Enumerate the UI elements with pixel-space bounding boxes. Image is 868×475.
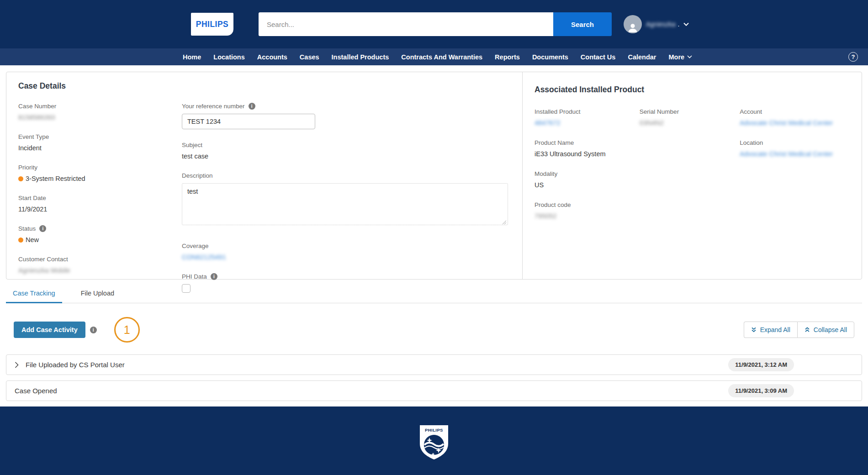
product-name-field: Product Name iE33 Ultrasound System <box>535 139 635 158</box>
activity-list: File Uploaded by CS Portal User 11/9/202… <box>6 354 862 401</box>
case-number-field: Case Number 8158586393 <box>18 103 182 121</box>
search-button[interactable]: Search <box>553 12 612 36</box>
subject-label: Subject <box>182 142 510 148</box>
resize-grip-icon[interactable] <box>502 220 507 225</box>
subject-field: Subject test case <box>182 142 510 160</box>
philips-logo-text: PHILIPS <box>196 20 229 29</box>
coverage-link-blurred[interactable]: CON62125491 <box>182 253 510 261</box>
phi-data-checkbox[interactable] <box>182 284 191 293</box>
status-label: Status <box>18 225 36 232</box>
nav-list: Home Locations Accounts Cases Installed … <box>183 53 692 61</box>
nav-item-reports[interactable]: Reports <box>495 53 520 61</box>
user-menu[interactable]: Agnieszka . <box>624 15 689 33</box>
priority-field: Priority 3-System Restricted <box>18 164 182 182</box>
installed-product-label: Installed Product <box>535 108 635 115</box>
subject-value: test case <box>182 153 510 160</box>
chevron-down-icon <box>683 22 689 26</box>
nav-item-locations[interactable]: Locations <box>213 53 244 61</box>
help-icon[interactable]: ? <box>848 52 858 62</box>
modality-value: US <box>535 181 635 189</box>
coverage-field: Coverage CON62125491 <box>182 243 510 261</box>
activity-row-case-opened: Case Opened 11/9/2021, 3:09 AM <box>6 380 862 401</box>
collapse-all-label: Collapse All <box>814 326 847 333</box>
account-label: Account <box>740 108 850 115</box>
status-field: Status i New <box>18 225 182 243</box>
person-icon <box>627 21 639 33</box>
coverage-label: Coverage <box>182 243 510 249</box>
expand-all-button[interactable]: Expand All <box>744 322 797 338</box>
add-case-activity-button[interactable]: Add Case Activity <box>14 322 85 338</box>
reference-number-input[interactable] <box>182 114 315 129</box>
activity-row-file-uploaded[interactable]: File Uploaded by CS Portal User 11/9/202… <box>6 354 862 375</box>
expand-collapse-group: Expand All Collapse All <box>744 322 854 338</box>
nav-item-home[interactable]: Home <box>183 53 201 61</box>
serial-number-value-blurred: 03N4N2 <box>640 119 735 127</box>
product-code-label: Product code <box>535 201 635 208</box>
info-icon[interactable]: i <box>249 103 255 110</box>
event-type-label: Event Type <box>18 133 182 140</box>
account-link-blurred[interactable]: Advocate Christ Medical Center <box>740 119 850 127</box>
start-date-field: Start Date 11/9/2021 <box>18 195 182 213</box>
case-fields-column: Case Number 8158586393 Event Type Incide… <box>18 103 182 305</box>
main-content: Case Details Case Number 8158586393 Even… <box>0 65 868 406</box>
svg-text:PHILIPS: PHILIPS <box>425 428 443 433</box>
nav-item-calendar[interactable]: Calendar <box>628 53 656 61</box>
modality-field: Modality US <box>535 170 635 189</box>
customer-contact-value-blurred: Agnieszka Mobile <box>18 267 182 274</box>
reference-number-label: Your reference number <box>182 103 245 110</box>
expand-all-label: Expand All <box>760 326 790 333</box>
user-name-blurred: Agnieszka <box>646 21 676 28</box>
case-details-title: Case Details <box>18 81 510 91</box>
annotation-circle-1: 1 <box>114 317 140 343</box>
nav-item-installed-products[interactable]: Installed Products <box>332 53 389 61</box>
activity-row-title: Case Opened <box>15 387 57 395</box>
tab-file-upload[interactable]: File Upload <box>77 290 118 303</box>
associated-product-title: Associated Installed Product <box>535 85 850 95</box>
case-number-label: Case Number <box>18 103 182 110</box>
description-field: Description test <box>182 172 510 227</box>
description-label: Description <box>182 172 510 179</box>
chevron-down-icon <box>687 55 692 58</box>
philips-shield-logo: PHILIPS <box>419 425 449 460</box>
search-input[interactable] <box>259 12 553 36</box>
nav-more-label: More <box>668 53 684 61</box>
nav-item-documents[interactable]: Documents <box>532 53 568 61</box>
reference-number-field: Your reference number i <box>182 103 510 129</box>
double-chevron-down-icon <box>751 327 757 332</box>
customer-contact-label: Customer Contact <box>18 256 182 263</box>
account-field: Account Advocate Christ Medical Center <box>740 108 850 127</box>
info-icon[interactable]: i <box>211 273 217 280</box>
modality-label: Modality <box>535 170 635 177</box>
location-link-blurred[interactable]: Advocate Christ Medical Center <box>740 150 850 158</box>
global-search: Search <box>259 12 612 36</box>
user-name-suffix: . <box>678 21 680 28</box>
philips-logo[interactable]: PHILIPS <box>191 13 233 36</box>
nav-item-more[interactable]: More <box>668 53 692 61</box>
tab-case-tracking[interactable]: Case Tracking <box>9 290 59 303</box>
user-avatar <box>624 15 642 33</box>
event-type-field: Event Type Incident <box>18 133 182 152</box>
info-icon[interactable]: i <box>90 327 97 333</box>
customer-contact-field: Customer Contact Agnieszka Mobile <box>18 256 182 274</box>
installed-product-link-blurred[interactable]: 4847672 <box>535 119 635 127</box>
info-icon[interactable]: i <box>39 225 46 232</box>
activity-timestamp-badge: 11/9/2021, 3:12 AM <box>728 358 794 371</box>
annotation-number: 1 <box>124 323 130 337</box>
nav-item-contracts-and-warranties[interactable]: Contracts And Warranties <box>401 53 482 61</box>
help-symbol: ? <box>852 53 855 60</box>
main-navbar: Home Locations Accounts Cases Installed … <box>0 48 868 65</box>
event-type-value: Incident <box>18 144 182 152</box>
nav-item-accounts[interactable]: Accounts <box>257 53 287 61</box>
collapse-all-button[interactable]: Collapse All <box>797 322 854 338</box>
product-name-label: Product Name <box>535 139 635 146</box>
case-number-value-blurred: 8158586393 <box>18 114 182 121</box>
nav-item-contact-us[interactable]: Contact Us <box>581 53 616 61</box>
activity-timestamp-badge: 11/9/2021, 3:09 AM <box>728 384 794 397</box>
priority-label: Priority <box>18 164 182 171</box>
nav-item-cases[interactable]: Cases <box>300 53 319 61</box>
description-textarea[interactable]: test <box>182 183 508 225</box>
activity-toolbar: Add Case Activity i 1 Expand All Collaps… <box>6 317 862 343</box>
priority-value: 3-System Restricted <box>26 175 85 182</box>
product-code-field: Product code 795052 <box>535 201 635 220</box>
serial-number-label: Serial Number <box>640 108 735 115</box>
